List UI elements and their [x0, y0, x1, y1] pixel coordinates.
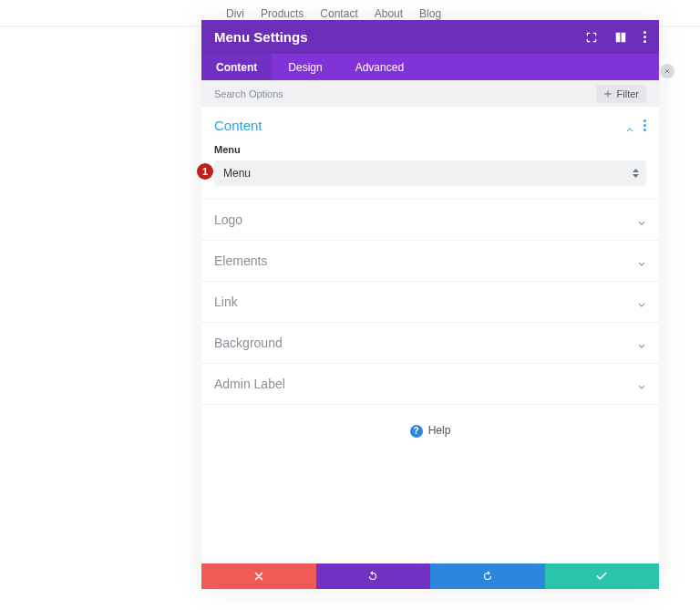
nav-item-divi[interactable]: Divi: [226, 7, 244, 20]
menu-select[interactable]: Menu: [214, 160, 646, 186]
help-row[interactable]: ?Help: [201, 405, 659, 454]
undo-icon: [366, 570, 379, 583]
menu-field-label: Menu: [214, 144, 646, 155]
panel-header: Menu Settings: [201, 20, 659, 54]
section-content: Content Menu Menu: [201, 107, 659, 200]
tab-advanced[interactable]: Advanced: [339, 54, 420, 80]
section-logo-title: Logo: [214, 212, 242, 227]
section-logo-header[interactable]: Logo: [201, 200, 659, 240]
chevron-down-icon: [637, 338, 646, 347]
section-background: Background: [201, 323, 659, 364]
section-more-icon[interactable]: [643, 119, 646, 131]
section-link-title: Link: [214, 295, 238, 309]
panel-title: Menu Settings: [214, 29, 308, 45]
chevron-up-icon[interactable]: [625, 121, 634, 130]
section-admin-label: Admin Label: [201, 364, 659, 405]
nav-item-contact[interactable]: Contact: [320, 7, 357, 20]
section-content-body: Menu Menu: [201, 144, 659, 199]
section-elements: Elements: [201, 241, 659, 282]
more-icon[interactable]: [643, 31, 646, 43]
search-row: Search Options Filter: [201, 80, 659, 107]
help-label: Help: [428, 424, 451, 437]
chevron-down-icon: [637, 256, 646, 265]
close-icon: [252, 570, 265, 583]
close-icon: [664, 67, 671, 75]
section-background-title: Background: [214, 336, 283, 350]
section-logo: Logo: [201, 200, 659, 241]
menu-settings-panel: Menu Settings Content Design Advanced Se…: [201, 20, 659, 589]
section-elements-header[interactable]: Elements: [201, 241, 659, 281]
undo-button[interactable]: [316, 563, 431, 589]
save-button[interactable]: [545, 563, 660, 589]
select-updown-icon: [633, 169, 639, 179]
check-icon: [595, 570, 608, 583]
filter-button[interactable]: Filter: [596, 85, 646, 103]
panel-header-actions: [585, 31, 646, 44]
section-link: Link: [201, 282, 659, 323]
nav-item-blog[interactable]: Blog: [419, 7, 441, 20]
chevron-down-icon: [637, 215, 646, 224]
section-admin-label-title: Admin Label: [214, 377, 285, 391]
filter-label: Filter: [617, 88, 639, 99]
nav-item-products[interactable]: Products: [261, 7, 304, 20]
section-content-header[interactable]: Content: [201, 107, 659, 144]
annotation-1: 1: [197, 163, 213, 180]
chevron-down-icon: [637, 297, 646, 306]
plus-icon: [603, 89, 612, 98]
section-background-header[interactable]: Background: [201, 323, 659, 363]
top-nav: Divi Products Contact About Blog: [226, 7, 441, 20]
expand-full-icon[interactable]: [585, 31, 598, 44]
tab-design[interactable]: Design: [272, 54, 338, 80]
tab-content[interactable]: Content: [201, 54, 272, 80]
panel-spacer: [201, 454, 659, 563]
nav-item-about[interactable]: About: [375, 7, 403, 20]
redo-icon: [481, 570, 494, 583]
section-admin-label-header[interactable]: Admin Label: [201, 364, 659, 404]
close-float-button[interactable]: [660, 64, 674, 78]
cancel-button[interactable]: [201, 563, 316, 589]
section-content-title: Content: [214, 118, 262, 133]
search-input[interactable]: Search Options: [214, 88, 283, 99]
help-icon: ?: [410, 425, 423, 438]
section-elements-title: Elements: [214, 253, 267, 268]
columns-icon[interactable]: [614, 31, 627, 44]
menu-select-value: Menu: [223, 167, 251, 180]
panel-footer: [201, 563, 659, 589]
chevron-down-icon: [637, 379, 646, 388]
section-link-header[interactable]: Link: [201, 282, 659, 322]
redo-button[interactable]: [430, 563, 545, 589]
tabs: Content Design Advanced: [201, 54, 659, 80]
